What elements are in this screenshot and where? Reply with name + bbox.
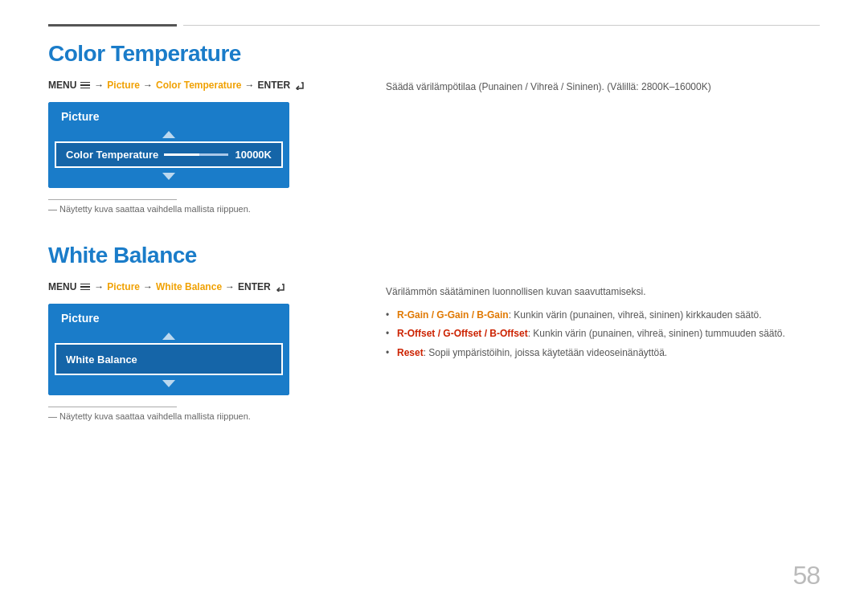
bullet-text-0: : Kunkin värin (punainen, vihreä, sinine… [509,309,762,321]
color-temp-item-label: Color Temperature [66,149,158,161]
menu-bars-icon-2 [80,284,90,291]
color-temp-title: Color Temperature [48,41,354,67]
down-chevron-icon [162,173,175,180]
picture-box-header-1: Picture [48,102,289,128]
white-balance-two-col: White Balance MENU → Picture → White Bal… [48,243,820,421]
section-color-temperature: Color Temperature MENU → Picture → Color… [48,41,820,214]
slider-fill [164,153,199,156]
white-balance-left: White Balance MENU → Picture → White Bal… [48,243,354,421]
white-balance-item: White Balance [55,343,283,375]
rule-dark [48,24,177,27]
arrow-down-1 [48,168,289,188]
white-balance-right: Värilämmön säätäminen luonnollisen kuvan… [386,243,820,421]
note-text-2: ― Näytetty kuva saattaa vaihdella mallis… [48,411,354,421]
section-white-balance: White Balance MENU → Picture → White Bal… [48,243,820,421]
bullet-item-0: R-Gain / G-Gain / B-Gain: Kunkin värin (… [386,308,820,323]
menu-label-2: MENU [48,281,76,292]
enter-label: ENTER [258,80,291,91]
arrow-down-2 [48,375,289,395]
white-balance-item-label: White Balance [66,353,137,366]
wb-link: White Balance [156,281,222,292]
bullet-item-1: R-Offset / G-Offset / B-Offset: Kunkin v… [386,326,820,341]
bullet-term-1: R-Offset / G-Offset / B-Offset [397,328,528,339]
picture-box-header-2: Picture [48,304,289,329]
arrow3: → [245,80,255,91]
color-temp-menu-nav: MENU → Picture → Color Temperature → ENT… [48,80,354,91]
arrow4: → [94,281,104,292]
color-temp-right: Säädä värilämpötilaa (Punainen / Vihreä … [386,41,820,214]
arrow1: → [94,80,104,91]
bullet-text-2: : Sopii ympäristöihin, joissa käytetään … [424,347,668,358]
wb-bullet-list: R-Gain / G-Gain / B-Gain: Kunkin värin (… [386,308,820,361]
arrow5: → [143,281,153,292]
picture-link-2: Picture [107,281,140,292]
arrow-up-1 [48,128,289,141]
note-rule-1 [48,199,177,200]
color-temp-link: Color Temperature [156,80,241,91]
enter-icon-2 [275,283,285,292]
note-rule-2 [48,407,177,407]
color-temp-slider: 10000K [164,149,272,161]
note-text-1: ― Näytetty kuva saattaa vaihdella mallis… [48,204,354,214]
bullet-item-2: Reset: Sopii ympäristöihin, joissa käyte… [386,345,820,361]
bullet-term-0: R-Gain / G-Gain / B-Gain [397,309,509,321]
rule-light [183,25,820,26]
bullet-text-1: : Kunkin värin (punainen, vihreä, sinine… [528,328,785,339]
page-container: Color Temperature MENU → Picture → Color… [0,0,868,613]
bullet-term-2: Reset [397,347,424,358]
color-temp-description: Säädä värilämpötilaa (Punainen / Vihreä … [386,80,820,95]
wb-description: Värilämmön säätäminen luonnollisen kuvan… [386,284,820,300]
white-balance-title: White Balance [48,243,354,268]
enter-label-2: ENTER [238,281,271,292]
up-chevron-icon [162,131,175,138]
color-temp-two-col: Color Temperature MENU → Picture → Color… [48,41,820,214]
enter-icon [294,81,305,90]
arrow6: → [225,281,235,292]
color-temp-item: Color Temperature 10000K [55,141,283,168]
picture-link: Picture [107,80,140,91]
picture-menu-box-2: Picture White Balance [48,304,289,395]
up-chevron-icon-2 [162,333,175,340]
picture-menu-box-1: Picture Color Temperature 10000K [48,102,289,188]
white-balance-menu-nav: MENU → Picture → White Balance → ENTER [48,281,354,292]
color-temp-value: 10000K [235,149,272,161]
menu-bars-icon [80,82,90,89]
down-chevron-icon-2 [162,380,175,387]
slider-track [164,153,228,156]
top-rules [48,24,820,27]
arrow2: → [143,80,153,91]
color-temp-left: Color Temperature MENU → Picture → Color… [48,41,354,214]
menu-label: MENU [48,80,76,91]
page-number: 58 [792,561,820,591]
arrow-up-2 [48,329,289,343]
